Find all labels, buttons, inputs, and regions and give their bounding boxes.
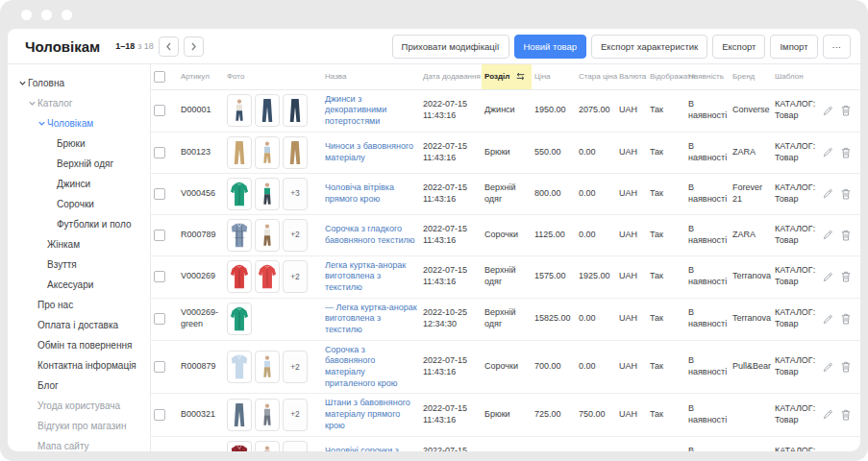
more-actions-button[interactable]: ···	[823, 35, 852, 59]
column-header-template[interactable]: Шаблон	[772, 64, 820, 89]
product-name-link[interactable]: Сорочка з бавовняного матеріалу притален…	[325, 345, 397, 388]
window-control-dot[interactable]	[21, 10, 32, 20]
product-photo[interactable]	[283, 136, 308, 169]
sidebar-item-контактна-інформація[interactable]: Контактна інформація	[8, 355, 150, 376]
row-checkbox[interactable]	[154, 271, 165, 282]
delete-button[interactable]	[841, 313, 851, 325]
delete-button[interactable]	[841, 188, 851, 200]
sidebar-item-каталог[interactable]: Каталог	[8, 93, 150, 113]
column-header-sku[interactable]: Артикул	[178, 64, 224, 89]
column-header-old_price[interactable]: Стара ціна	[576, 64, 616, 89]
delete-button[interactable]	[841, 105, 851, 116]
column-header-display[interactable]: Відображати	[647, 64, 685, 89]
edit-button[interactable]	[823, 272, 833, 282]
more-photos-badge[interactable]: +2	[283, 399, 308, 431]
column-header-price[interactable]: Ціна	[532, 64, 576, 89]
product-photo[interactable]	[255, 219, 280, 252]
product-photo[interactable]	[283, 94, 308, 127]
product-name-link[interactable]: Чоловіча вітрівка прямого крою	[325, 182, 394, 204]
sidebar-item-футболки-и-поло[interactable]: Футболки и поло	[8, 214, 150, 234]
row-checkbox[interactable]	[154, 313, 165, 325]
hide-modifications-button[interactable]: Приховати модифікації	[392, 35, 509, 59]
select-all-checkbox[interactable]	[154, 71, 165, 83]
row-checkbox[interactable]	[154, 147, 165, 158]
window-control-dot[interactable]	[62, 10, 72, 20]
import-button[interactable]: Імпорт	[770, 35, 817, 59]
column-header-stock[interactable]: Наявність	[685, 64, 730, 89]
delete-button[interactable]	[841, 147, 851, 158]
product-photo[interactable]	[255, 136, 280, 169]
product-photo[interactable]	[227, 219, 252, 252]
edit-button[interactable]	[823, 362, 833, 373]
product-name-link[interactable]: Штани з бавовняного матеріалу прямого кр…	[325, 398, 410, 429]
delete-button[interactable]	[841, 361, 851, 373]
product-photo[interactable]	[227, 441, 252, 452]
product-photo[interactable]	[255, 178, 280, 210]
sidebar-item-відгуки-про-магазин[interactable]: Відгуки про магазин	[8, 416, 150, 436]
edit-button[interactable]	[823, 147, 833, 158]
more-photos-badge[interactable]: +3	[283, 178, 308, 210]
column-header-date[interactable]: Дата додавання	[420, 64, 482, 89]
product-photo[interactable]	[227, 136, 252, 169]
more-photos-badge[interactable]: +2	[283, 441, 308, 452]
product-photo[interactable]	[255, 399, 280, 431]
column-header-name[interactable]: Назва	[322, 64, 420, 89]
window-control-dot[interactable]	[41, 10, 52, 20]
row-checkbox[interactable]	[154, 105, 165, 116]
edit-button[interactable]	[823, 106, 833, 116]
export-attributes-button[interactable]: Експорт характеристик	[591, 35, 707, 59]
product-name-link[interactable]: Сорочка з гладкого бавовняного текстилю	[325, 224, 415, 245]
row-checkbox[interactable]	[154, 361, 165, 373]
edit-button[interactable]	[823, 188, 833, 199]
product-name-link[interactable]: Чиноси з бавовняного матеріалу	[325, 141, 413, 162]
more-photos-badge[interactable]: +2	[283, 219, 308, 252]
edit-button[interactable]	[823, 314, 833, 325]
product-photo[interactable]	[255, 94, 280, 127]
product-photo[interactable]	[255, 351, 280, 383]
pagination-next-button[interactable]	[184, 36, 204, 57]
sidebar-item-аксесуари[interactable]: Аксесуари	[8, 275, 150, 295]
product-photo[interactable]	[227, 351, 252, 383]
delete-button[interactable]	[841, 409, 851, 421]
column-header-currency[interactable]: Валюта	[616, 64, 647, 89]
sidebar-item-сорочки[interactable]: Сорочки	[8, 194, 150, 214]
edit-button[interactable]	[823, 409, 833, 420]
export-button[interactable]: Експорт	[712, 35, 765, 59]
product-photo[interactable]	[255, 441, 280, 452]
sidebar-item-чоловікам[interactable]: Чоловікам	[8, 113, 150, 133]
sidebar-item-брюки[interactable]: Брюки	[8, 133, 150, 154]
delete-button[interactable]	[841, 230, 851, 241]
row-checkbox[interactable]	[154, 409, 165, 421]
column-header-photo[interactable]: Фото	[224, 64, 322, 89]
sidebar-item-про-нас[interactable]: Про нас	[8, 295, 150, 315]
column-header-section[interactable]: Розділ	[482, 64, 532, 89]
product-photo[interactable]	[227, 399, 252, 431]
delete-button[interactable]	[841, 271, 851, 282]
sidebar-item-обмін-та-повернення[interactable]: Обмін та повернення	[8, 335, 150, 355]
product-name-link[interactable]: — Легка куртка-анорак виготовлена з текс…	[325, 303, 417, 334]
sidebar-item-головна[interactable]: Головна	[8, 73, 150, 93]
row-checkbox[interactable]	[154, 451, 165, 452]
row-checkbox[interactable]	[154, 230, 165, 241]
product-photo[interactable]	[227, 303, 252, 335]
product-photo[interactable]	[227, 178, 252, 210]
product-photo[interactable]	[227, 94, 252, 127]
sidebar-item-джинси[interactable]: Джинси	[8, 174, 150, 194]
delete-button[interactable]	[841, 451, 851, 452]
new-product-button[interactable]: Новий товар	[514, 35, 586, 59]
sidebar-item-верхній-одяг[interactable]: Верхній одяг	[8, 154, 150, 174]
more-photos-badge[interactable]: +2	[283, 260, 308, 293]
sidebar-item-жінкам[interactable]: Жінкам	[8, 234, 150, 255]
sidebar-item-мапа-сайту[interactable]: Мапа сайту	[8, 436, 150, 451]
sidebar-item-угода-користувача[interactable]: Угода користувача	[8, 396, 150, 416]
product-name-link[interactable]: Чоловічі сорочки з легкого текстилю	[325, 446, 399, 451]
column-header-brand[interactable]: Бренд	[730, 64, 772, 89]
row-checkbox[interactable]	[154, 188, 165, 200]
product-name-link[interactable]: Джинси з декоративними потертостями	[325, 94, 386, 126]
product-name-link[interactable]: Легка куртка-анорак виготовлена з тексти…	[325, 260, 406, 292]
sidebar-item-оплата-і-доставка[interactable]: Оплата і доставка	[8, 315, 150, 335]
sidebar-item-блог[interactable]: Блог	[8, 376, 150, 396]
sidebar-item-взуття[interactable]: Взуття	[8, 255, 150, 275]
product-photo[interactable]	[255, 260, 280, 293]
pagination-prev-button[interactable]	[159, 36, 179, 57]
